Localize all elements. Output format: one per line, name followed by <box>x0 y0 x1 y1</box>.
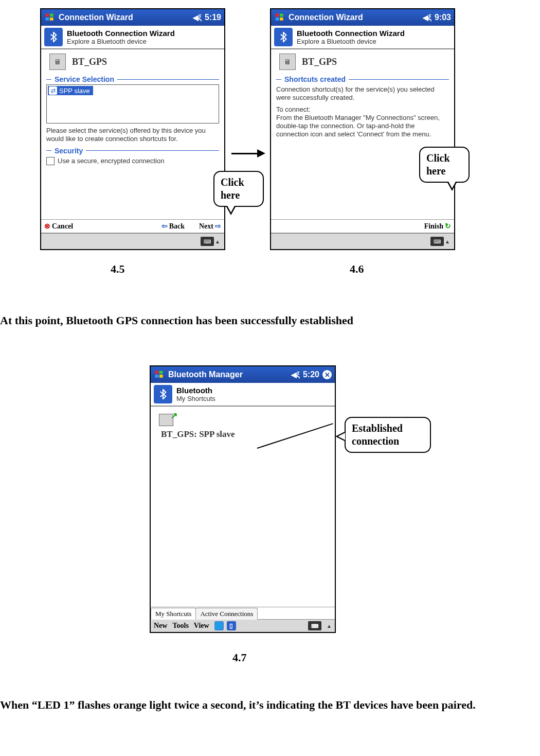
next-button[interactable]: Next ⇨ <box>199 222 221 231</box>
clock: 9:03 <box>435 13 451 22</box>
body-text-2: When “LED 1” flashes orange light twice … <box>0 697 540 713</box>
cancel-icon: ⊗ <box>44 222 50 231</box>
device-icon: 🖥 <box>279 54 296 70</box>
secure-connection-label: Use a secure, encrypted connection <box>58 157 164 165</box>
manager-title: Bluetooth <box>176 386 215 395</box>
manager-subtitle: My Shortcuts <box>176 395 215 402</box>
wizard-nav: ⊗ Cancel ⇦ Back Next ⇨ <box>41 219 224 233</box>
svg-rect-5 <box>280 14 283 17</box>
caption-4-6: 4.6 <box>350 262 364 276</box>
window-title: Connection Wizard <box>289 13 363 22</box>
wizard-header: Bluetooth Connection Wizard Explore a Bl… <box>271 26 454 49</box>
tab-active-connections[interactable]: Active Connections <box>195 608 258 620</box>
svg-rect-9 <box>159 371 163 374</box>
body-text-1: At this point, Bluetooth GPS connection … <box>0 313 540 328</box>
menu-new[interactable]: New <box>154 622 167 630</box>
caption-4-5: 4.5 <box>111 262 125 276</box>
clock: 5:19 <box>205 13 221 22</box>
arrow-between-icon <box>231 149 265 157</box>
tabs: My Shortcuts Active Connections <box>151 607 335 619</box>
callout-click-here-46: Click here <box>419 147 470 183</box>
close-icon[interactable]: ✕ <box>322 370 332 379</box>
svg-rect-6 <box>276 17 279 21</box>
callout-click-here-45: Click here <box>213 171 264 207</box>
wizard-subtitle: Explore a Bluetooth device <box>297 38 405 45</box>
bluetooth-icon <box>44 28 63 46</box>
connection-shortcut-icon[interactable]: ↗ <box>159 412 176 426</box>
finish-icon: ↻ <box>445 222 451 231</box>
svg-rect-7 <box>280 17 283 21</box>
window-title: Bluetooth Manager <box>168 370 243 379</box>
menu-bar: New Tools View 🌐 ▯ ⌨ ▲ <box>151 619 335 632</box>
section-security: Security <box>46 147 219 155</box>
window-title: Connection Wizard <box>59 13 133 22</box>
svg-rect-0 <box>46 14 49 17</box>
caption-4-7: 4.7 <box>232 651 247 664</box>
svg-rect-4 <box>276 14 279 17</box>
menu-view[interactable]: View <box>194 622 209 630</box>
next-icon: ⇨ <box>215 222 221 231</box>
speaker-icon[interactable]: ◀ξ <box>423 13 431 22</box>
section-shortcuts-created: Shortcuts created <box>276 75 449 83</box>
callout-established-connection: Established connection <box>345 417 431 453</box>
wizard-nav: Finish ↻ <box>271 219 454 233</box>
secure-connection-checkbox[interactable] <box>46 157 55 165</box>
svg-rect-11 <box>159 375 163 378</box>
svg-rect-2 <box>46 17 49 21</box>
sip-bar: ⌨ ▲ <box>41 233 224 249</box>
section-service-selection: Service Selection <box>46 75 219 83</box>
cancel-button[interactable]: ⊗ Cancel <box>44 222 73 231</box>
menu-tools[interactable]: Tools <box>172 622 188 630</box>
wizard-title: Bluetooth Connection Wizard <box>297 29 405 38</box>
help-text: Please select the service(s) offered by … <box>46 127 219 144</box>
bluetooth-icon <box>274 28 293 46</box>
device-name-label: BT_GPS <box>300 57 339 67</box>
tab-my-shortcuts[interactable]: My Shortcuts <box>151 608 196 620</box>
device-name-label: BT_GPS <box>70 57 109 67</box>
screenshot-4-6: Connection Wizard ◀ξ 9:03 Bluetooth Conn… <box>270 8 455 250</box>
sip-bar: ⌨ ▲ <box>271 233 454 249</box>
service-icon: ⇄ <box>49 86 57 95</box>
keyboard-icon[interactable]: ⌨ <box>308 621 321 630</box>
clock: 5:20 <box>303 370 319 379</box>
screenshot-4-5: Connection Wizard ◀ξ 5:19 Bluetooth Conn… <box>40 8 225 250</box>
speaker-icon[interactable]: ◀ξ <box>193 13 202 22</box>
wizard-title: Bluetooth Connection Wizard <box>67 29 175 38</box>
shortcuts-body-3: From the Bluetooth Manager "My Connectio… <box>276 114 449 139</box>
back-button[interactable]: ⇦ Back <box>161 222 185 231</box>
svg-rect-10 <box>155 375 159 378</box>
back-icon: ⇦ <box>161 222 168 231</box>
connection-shortcut-label[interactable]: BT_GPS: SPP slave <box>159 428 237 441</box>
titlebar: Connection Wizard ◀ξ 5:19 <box>41 9 224 26</box>
shortcuts-body-2: To connect: <box>276 106 449 114</box>
start-icon[interactable] <box>154 369 165 380</box>
svg-rect-1 <box>50 14 53 17</box>
wizard-subtitle: Explore a Bluetooth device <box>67 38 175 45</box>
svg-rect-8 <box>155 371 159 374</box>
finish-button[interactable]: Finish ↻ <box>424 222 451 231</box>
service-item-spp-slave[interactable]: ⇄ SPP slave <box>48 86 93 95</box>
manager-header: Bluetooth My Shortcuts <box>151 383 335 407</box>
titlebar: Bluetooth Manager ◀ξ 5:20 ✕ <box>151 366 335 383</box>
service-list[interactable]: ⇄ SPP slave <box>46 84 219 124</box>
sip-menu-arrow-icon[interactable]: ▲ <box>215 239 220 244</box>
start-icon[interactable] <box>274 12 285 23</box>
sip-menu-arrow-icon[interactable]: ▲ <box>327 623 332 629</box>
card-icon[interactable]: ▯ <box>227 621 236 630</box>
device-icon: 🖥 <box>49 54 66 70</box>
globe-icon[interactable]: 🌐 <box>214 621 224 630</box>
sip-menu-arrow-icon[interactable]: ▲ <box>445 239 450 244</box>
keyboard-icon[interactable]: ⌨ <box>201 237 214 246</box>
titlebar: Connection Wizard ◀ξ 9:03 <box>271 9 454 26</box>
bluetooth-icon <box>154 385 172 403</box>
shortcuts-body-1: Connection shortcut(s) for the service(s… <box>276 85 449 102</box>
keyboard-icon[interactable]: ⌨ <box>430 237 444 246</box>
wizard-header: Bluetooth Connection Wizard Explore a Bl… <box>41 26 224 49</box>
screenshot-4-7: Bluetooth Manager ◀ξ 5:20 ✕ Bluetooth My… <box>150 365 336 633</box>
speaker-icon[interactable]: ◀ξ <box>291 371 300 379</box>
start-icon[interactable] <box>44 12 56 23</box>
svg-rect-3 <box>50 17 53 21</box>
